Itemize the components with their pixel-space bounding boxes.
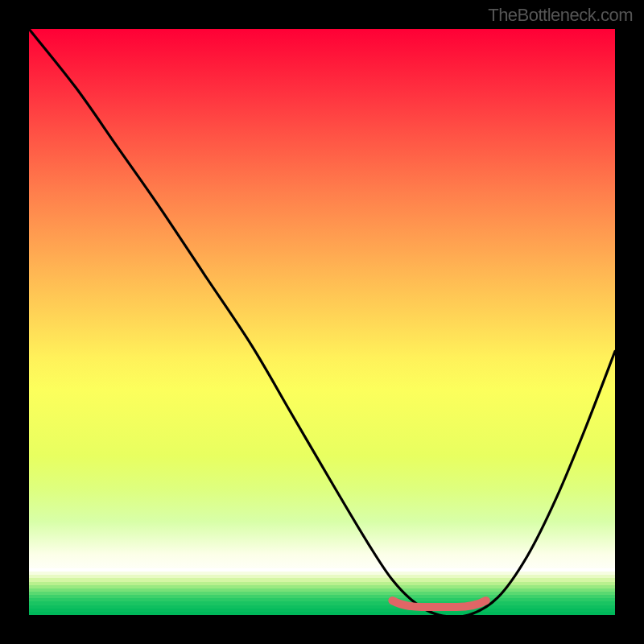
watermark-text: TheBottleneck.com xyxy=(488,5,633,26)
highlight-marker xyxy=(29,29,615,615)
chart-container: TheBottleneck.com xyxy=(0,0,644,644)
marker-path xyxy=(392,601,485,607)
plot-area xyxy=(29,29,615,615)
